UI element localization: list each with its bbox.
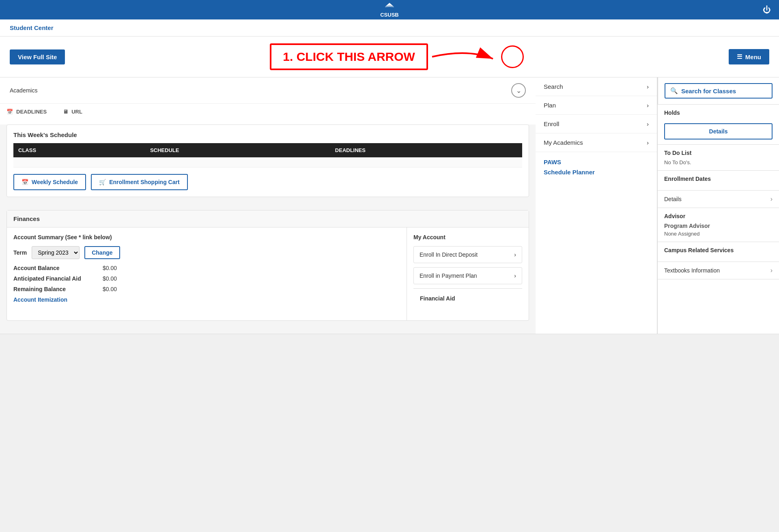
no-todos-text: No To Do's. [664, 159, 773, 165]
chevron-right-details: › [770, 195, 773, 203]
campus-services-title: Campus Related Services [664, 247, 773, 253]
todo-title: To Do List [664, 150, 773, 156]
finances-section: Finances Account Summary (See * link bel… [6, 210, 529, 321]
dropdown-plan-item[interactable]: Plan › [536, 96, 657, 115]
change-button[interactable]: Change [84, 246, 120, 259]
calendar-icon: 📅 [6, 109, 13, 115]
chevron-right-search: › [647, 83, 649, 90]
schedule-buttons: 📅 Weekly Schedule 🛒 Enrollment Shopping … [13, 174, 522, 190]
chevron-right-my-academics: › [647, 139, 649, 146]
menu-button[interactable]: ☰ Menu [729, 49, 769, 64]
textbooks-label: Textbooks Information [664, 267, 720, 274]
anticipated-aid-row: Anticipated Financial Aid $0.00 [13, 275, 400, 282]
dropdown-enroll-item[interactable]: Enroll › [536, 115, 657, 133]
weekly-schedule-label: Weekly Schedule [32, 179, 78, 185]
schedule-card: This Week's Schedule CLASS SCHEDULE DEAD… [6, 124, 529, 197]
holds-section: Holds Details [658, 105, 779, 145]
cart-icon: 🛒 [99, 179, 106, 185]
academics-title: Academics [10, 87, 37, 94]
enrollment-cart-button[interactable]: 🛒 Enrollment Shopping Cart [91, 174, 187, 190]
dropdown-search-label: Search [544, 83, 563, 90]
click-annotation-text: 1. CLICK THIS ARROW [283, 50, 415, 63]
my-account-title: My Account [413, 234, 522, 240]
finances-body: Account Summary (See * link below) Term … [7, 227, 529, 320]
term-select[interactable]: Spring 2023 [32, 246, 80, 259]
account-balance-value: $0.00 [103, 265, 117, 271]
account-itemization-link[interactable]: Account Itemization [13, 296, 67, 303]
academics-main: Academics ⌄ 📅 DEADLINES 🖥 URL This Week'… [0, 77, 536, 334]
enrollment-dates-title: Enrollment Dates [664, 176, 773, 182]
search-classes-bar[interactable]: 🔍 Search for Classes [658, 77, 779, 105]
finances-title: Finances [13, 215, 40, 222]
enrollment-cart-label: Enrollment Shopping Cart [109, 179, 179, 185]
account-summary: Account Summary (See * link below) Term … [7, 227, 407, 320]
chevron-right-icon: › [514, 251, 516, 258]
remaining-balance-row: Remaining Balance $0.00 [13, 286, 400, 292]
calendar-icon-btn: 📅 [22, 179, 28, 185]
dropdown-links: PAWS Schedule Planner [536, 152, 657, 182]
class-cell [13, 157, 145, 167]
url-label: URL [71, 109, 82, 115]
view-full-site-button[interactable]: View Full Site [10, 49, 65, 64]
red-arrow-annotation [428, 41, 509, 73]
enroll-direct-deposit-label: Enroll In Direct Deposit [420, 251, 478, 258]
details-link-row[interactable]: Details › [658, 191, 779, 208]
url-item[interactable]: 🖥 URL [63, 109, 82, 115]
enroll-direct-deposit-item[interactable]: Enroll In Direct Deposit › [413, 246, 522, 263]
campus-services-section: Campus Related Services [658, 242, 779, 262]
circle-highlight [501, 45, 524, 68]
menu-label: Menu [745, 54, 761, 60]
anticipated-aid-label: Anticipated Financial Aid [13, 275, 103, 282]
search-classes-label: Search for Classes [681, 88, 736, 94]
search-icon: 🔍 [670, 87, 678, 94]
holds-details-button[interactable]: Details [664, 123, 773, 139]
account-balance-row: Account Balance $0.00 [13, 265, 400, 271]
search-classes-input[interactable]: 🔍 Search for Classes [665, 83, 773, 99]
student-center-title: Student Center [10, 24, 54, 31]
holds-title: Holds [664, 109, 773, 116]
schedule-col-header: SCHEDULE [145, 143, 330, 157]
remaining-balance-label: Remaining Balance [13, 286, 103, 292]
right-sidebar: 🔍 Search for Classes Holds Details To Do… [657, 77, 779, 334]
csusb-logo: CSUSB [380, 2, 399, 18]
weekly-schedule-button[interactable]: 📅 Weekly Schedule [13, 174, 86, 190]
chevron-right-plan: › [647, 102, 649, 109]
schedule-planner-link[interactable]: Schedule Planner [544, 169, 649, 176]
finances-header: Finances [7, 210, 529, 227]
deadlines-item[interactable]: 📅 DEADLINES [6, 109, 47, 115]
deadlines-col-header: DEADLINES [330, 143, 522, 157]
program-advisor-title: Program Advisor [664, 223, 773, 229]
enrollment-dates-section: Enrollment Dates [658, 171, 779, 191]
dropdown-search-item[interactable]: Search › [536, 77, 657, 96]
financial-aid-title: Financial Aid [420, 295, 516, 302]
power-button[interactable]: ⏻ [763, 5, 771, 15]
deadlines-row: 📅 DEADLINES 🖥 URL [0, 104, 536, 120]
enroll-payment-plan-label: Enroll in Payment Plan [420, 272, 477, 279]
top-nav: CSUSB ⏻ [0, 0, 779, 19]
chevron-right-enroll: › [647, 120, 649, 127]
todo-section: To Do List No To Do's. [658, 145, 779, 171]
financial-aid-section: Financial Aid [413, 288, 522, 314]
term-row: Term Spring 2023 Change [13, 246, 400, 259]
hamburger-icon: ☰ [737, 53, 742, 60]
click-annotation: 1. CLICK THIS ARROW [270, 41, 524, 73]
student-center-header: Student Center [0, 19, 779, 36]
details-link-label: Details [664, 196, 682, 202]
dropdown-my-academics-item[interactable]: My Academics › [536, 133, 657, 152]
chevron-right-icon-2: › [514, 272, 516, 279]
class-table: CLASS SCHEDULE DEADLINES [13, 143, 522, 167]
enroll-payment-plan-item[interactable]: Enroll in Payment Plan › [413, 267, 522, 284]
paws-link[interactable]: PAWS [544, 159, 649, 165]
chevron-right-textbooks: › [770, 267, 773, 274]
academics-row: Academics ⌄ 📅 DEADLINES 🖥 URL This Week'… [0, 77, 779, 334]
anticipated-aid-value: $0.00 [103, 275, 117, 282]
dropdown-menu-panel: Search › Plan › Enroll › My Academics › … [536, 77, 657, 334]
textbooks-link-row[interactable]: Textbooks Information › [658, 262, 779, 279]
term-label: Term [13, 249, 27, 256]
academics-dropdown-button[interactable]: ⌄ [511, 83, 526, 98]
deadlines-label: DEADLINES [16, 109, 47, 115]
dropdown-enroll-label: Enroll [544, 120, 559, 127]
advisor-title: Advisor [664, 213, 773, 219]
none-assigned-text: None Assigned [664, 231, 773, 237]
schedule-title: This Week's Schedule [13, 131, 522, 138]
